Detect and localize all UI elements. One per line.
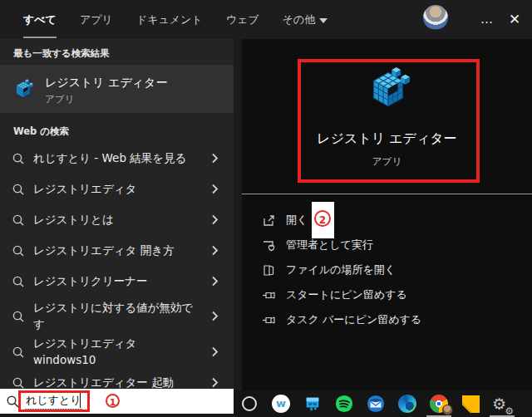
folder-icon: [262, 263, 276, 277]
overflow-menu-button[interactable]: …: [475, 8, 500, 30]
search-icon: [12, 376, 25, 390]
search-icon: [12, 152, 25, 165]
suggestion-row[interactable]: レジストリに対する値が無効です: [0, 297, 234, 336]
action-label: 管理者として実行: [286, 238, 373, 253]
chevron-right-icon: [212, 153, 219, 164]
suggestion-label: レジストリクリーナー: [33, 273, 196, 290]
preview-panel: レジストリ エディター アプリ 開く 管理者として実行: [242, 39, 532, 390]
tab-more[interactable]: その他: [283, 12, 328, 27]
action-pin-to-start[interactable]: スタートにピン留めする: [242, 282, 532, 307]
annotation-step-1: 1: [106, 394, 120, 408]
preview-app-title: レジストリ エディター: [242, 130, 532, 148]
suggestion-label: れじすとり - Web 結果を見る: [33, 150, 196, 167]
chevron-right-icon: [212, 346, 219, 357]
best-match-title: レジストリ エディター: [45, 76, 167, 91]
chevron-right-icon: [212, 377, 219, 388]
settings-gear-icon: ⚙ ⚙: [492, 394, 512, 414]
chevron-right-icon: [212, 312, 219, 322]
suggestion-row[interactable]: レジストリエディタ 開き方: [0, 235, 234, 266]
taskbar-icon-thunderbird[interactable]: [360, 390, 392, 417]
taskbar-icon-settings[interactable]: ⚙ ⚙: [486, 390, 518, 417]
tab-web[interactable]: ウェブ: [226, 12, 259, 27]
action-run-as-admin[interactable]: 管理者として実行: [242, 233, 532, 258]
search-icon: [12, 310, 25, 323]
remote-pc-icon: [303, 395, 322, 413]
actions-divider: [242, 194, 532, 194]
action-label: タスク バーにピン留めする: [286, 312, 421, 327]
user-avatar[interactable]: [423, 5, 448, 30]
chevron-right-icon: [212, 245, 219, 256]
best-match-subtitle: アプリ: [45, 93, 74, 105]
suggestion-label: レジストリエディタ windows10: [33, 336, 196, 368]
open-icon: [262, 213, 276, 228]
suggestion-label: レジストリとは: [33, 212, 196, 228]
taskbar: w: [234, 390, 532, 417]
chevron-down-icon: [319, 18, 328, 23]
registry-editor-icon-large: [367, 66, 410, 110]
close-button[interactable]: ✕: [503, 7, 526, 31]
pin-icon: [262, 288, 276, 302]
chevron-right-icon: [212, 184, 219, 194]
search-input[interactable]: れじすとり 1: [0, 389, 234, 414]
thunderbird-icon: [367, 395, 385, 413]
chevron-right-icon: [212, 214, 219, 225]
action-open-file-location[interactable]: ファイルの場所を開く: [242, 258, 532, 282]
taskbar-icon-sticky-notes[interactable]: [455, 390, 486, 417]
action-label: ファイルの場所を開く: [286, 262, 396, 277]
wunderlist-icon: w: [272, 395, 290, 413]
suggestion-label: レジストリエディタ: [33, 181, 196, 198]
action-pin-to-taskbar[interactable]: タスク バーにピン留めする: [242, 307, 532, 332]
taskbar-icon-wunderlist[interactable]: w: [265, 390, 297, 417]
tab-apps[interactable]: アプリ: [80, 12, 113, 27]
registry-editor-icon: [13, 79, 33, 99]
suggestion-row[interactable]: レジストリエディタ: [0, 174, 234, 204]
suggestion-label: レジストリエディタ 開き方: [33, 243, 196, 259]
search-bar-edge: [0, 414, 234, 417]
action-label: 開く: [286, 213, 308, 228]
annotation-step-2: 2: [314, 210, 331, 227]
suggestion-row[interactable]: レジストリとは: [0, 204, 234, 235]
suggestion-row[interactable]: レジストリエディター 起動: [0, 367, 234, 389]
search-icon: [12, 183, 25, 196]
action-open[interactable]: 開く: [242, 208, 532, 233]
suggestion-row[interactable]: レジストリエディタ windows10: [0, 336, 234, 367]
spotify-icon: [335, 395, 353, 413]
chevron-right-icon: [212, 276, 219, 287]
search-results-panel: 最も一致する検索結果 レジストリ エディター アプリ Web の検索 れじすとり…: [0, 39, 234, 389]
tab-more-label: その他: [283, 12, 316, 27]
suggestion-row[interactable]: れじすとり - Web 結果を見る: [0, 143, 234, 174]
taskbar-icon-edge[interactable]: [392, 390, 423, 417]
tab-documents[interactable]: ドキュメント: [136, 12, 203, 27]
search-icon: [12, 213, 25, 227]
suggestion-row[interactable]: レジストリクリーナー: [0, 266, 234, 297]
best-match-header: 最も一致する検索結果: [13, 47, 110, 60]
taskbar-icon-spotify[interactable]: [328, 390, 360, 417]
sticky-notes-icon: [462, 395, 480, 413]
web-suggestions-list: れじすとり - Web 結果を見る レジストリエディタ レジストリとは レジスト…: [0, 143, 234, 389]
annotation-box-search: [18, 390, 90, 412]
web-search-header: Web の検索: [13, 125, 69, 138]
action-label: スタートにピン留めする: [286, 287, 407, 302]
taskbar-icon-cortana[interactable]: [234, 390, 265, 417]
best-match-item[interactable]: レジストリ エディター アプリ: [0, 65, 234, 113]
cortana-ring-icon: [242, 396, 257, 411]
taskbar-icon-chrome[interactable]: [423, 390, 455, 417]
panel-divider: [234, 39, 242, 390]
preview-app-subtitle: アプリ: [242, 155, 532, 168]
edge-icon: [398, 395, 416, 413]
admin-shield-icon: [262, 238, 276, 253]
search-icon: [12, 275, 25, 288]
tab-all[interactable]: すべて: [23, 12, 57, 27]
taskbar-icon-remote-pc[interactable]: [297, 390, 328, 417]
suggestion-label: レジストリに対する値が無効です: [33, 300, 196, 332]
chrome-profile-badge: [442, 405, 453, 415]
pin-icon: [262, 313, 276, 327]
suggestion-label: レジストリエディター 起動: [33, 375, 196, 389]
actions-list: 開く 管理者として実行 ファイルの場所を開く: [242, 208, 532, 332]
search-icon: [12, 244, 25, 258]
windows-search-flyout: すべて アプリ ドキュメント ウェブ その他 … ✕ 最も一致する検索結果 レジ…: [0, 0, 532, 417]
search-icon: [12, 346, 25, 359]
search-tab-bar: すべて アプリ ドキュメント ウェブ その他 … ✕: [0, 0, 532, 39]
